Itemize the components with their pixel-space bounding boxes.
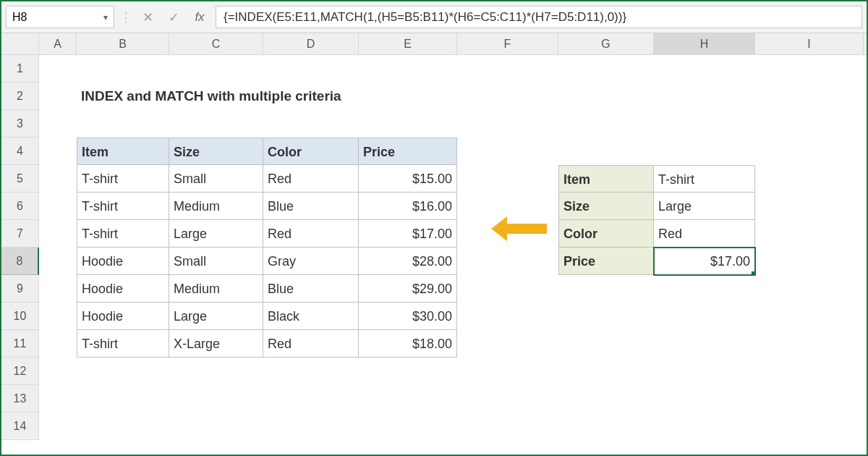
cell-G4[interactable]	[558, 138, 654, 165]
cell-H9[interactable]	[654, 275, 755, 303]
cell-A3[interactable]	[39, 110, 77, 138]
cell-E10[interactable]: $30.00	[359, 303, 457, 330]
cell-F11[interactable]	[457, 330, 558, 358]
cell-C6[interactable]: Medium	[169, 193, 263, 220]
cell-H10[interactable]	[654, 303, 755, 330]
cell-A13[interactable]	[39, 385, 77, 413]
cell-I14[interactable]	[755, 413, 864, 440]
fx-icon[interactable]: fx	[187, 1, 213, 33]
cell-B9[interactable]: Hoodie	[77, 275, 169, 303]
cell-B10[interactable]: Hoodie	[77, 303, 169, 330]
row-header-4[interactable]: 4	[1, 138, 39, 165]
cell-G3[interactable]	[558, 110, 654, 138]
cell-I8[interactable]	[755, 248, 864, 275]
cell-F9[interactable]	[457, 275, 558, 303]
cell-B2-title[interactable]: INDEX and MATCH with multiple criteria	[77, 83, 457, 110]
cell-D1[interactable]	[263, 55, 359, 83]
cell-G11[interactable]	[558, 330, 654, 358]
cell-B6[interactable]: T-shirt	[77, 193, 169, 220]
cell-F8[interactable]	[457, 248, 558, 275]
cell-D9[interactable]: Blue	[263, 275, 359, 303]
cell-H5[interactable]: T-shirt	[654, 165, 755, 193]
row-header-6[interactable]: 6	[1, 193, 39, 220]
cell-D5[interactable]: Red	[263, 165, 359, 193]
row-header-10[interactable]: 10	[1, 303, 39, 330]
cell-E7[interactable]: $17.00	[359, 220, 457, 248]
cell-H4[interactable]	[654, 138, 755, 165]
cell-C9[interactable]: Medium	[169, 275, 263, 303]
cell-E13[interactable]	[359, 385, 457, 413]
cell-B3[interactable]	[77, 110, 169, 138]
cell-B5[interactable]: T-shirt	[77, 165, 169, 193]
cell-G12[interactable]	[558, 358, 654, 385]
cell-I10[interactable]	[755, 303, 864, 330]
col-header-B[interactable]: B	[77, 33, 169, 54]
cell-F5[interactable]	[457, 165, 558, 193]
row-header-3[interactable]: 3	[1, 110, 39, 138]
cell-E4[interactable]: Price	[359, 138, 457, 165]
col-header-D[interactable]: D	[263, 33, 359, 54]
cell-B4[interactable]: Item	[77, 138, 169, 165]
cell-I4[interactable]	[755, 138, 864, 165]
cell-H13[interactable]	[654, 385, 755, 413]
cell-C10[interactable]: Large	[169, 303, 263, 330]
cell-D14[interactable]	[263, 413, 359, 440]
cell-A2[interactable]	[39, 83, 77, 110]
cell-H7[interactable]: Red	[654, 220, 755, 248]
cell-G13[interactable]	[558, 385, 654, 413]
cell-A7[interactable]	[39, 220, 77, 248]
cell-I9[interactable]	[755, 275, 864, 303]
cell-A8[interactable]	[39, 248, 77, 275]
cell-H11[interactable]	[654, 330, 755, 358]
cell-C8[interactable]: Small	[169, 248, 263, 275]
cell-A5[interactable]	[39, 165, 77, 193]
row-header-7[interactable]: 7	[1, 220, 39, 248]
cell-E1[interactable]	[359, 55, 457, 83]
cell-D12[interactable]	[263, 358, 359, 385]
cell-C14[interactable]	[169, 413, 263, 440]
cell-C11[interactable]: X-Large	[169, 330, 263, 358]
cell-G6[interactable]: Size	[558, 193, 654, 220]
cell-I13[interactable]	[755, 385, 864, 413]
select-all-corner[interactable]	[1, 33, 39, 54]
cell-H12[interactable]	[654, 358, 755, 385]
cell-G10[interactable]	[558, 303, 654, 330]
cell-B1[interactable]	[77, 55, 169, 83]
cell-I2[interactable]	[755, 83, 864, 110]
row-header-5[interactable]: 5	[1, 165, 39, 193]
cell-G8[interactable]: Price	[558, 248, 654, 275]
cell-D4[interactable]: Color	[263, 138, 359, 165]
cell-F1[interactable]	[457, 55, 558, 83]
cell-A1[interactable]	[39, 55, 77, 83]
name-box[interactable]: H8 ▾	[6, 6, 114, 28]
cell-E8[interactable]: $28.00	[359, 248, 457, 275]
cell-D11[interactable]: Red	[263, 330, 359, 358]
row-header-12[interactable]: 12	[1, 358, 39, 385]
confirm-icon[interactable]: ✓	[161, 1, 187, 33]
cell-D7[interactable]: Red	[263, 220, 359, 248]
row-header-9[interactable]: 9	[1, 275, 39, 303]
cell-I6[interactable]	[755, 193, 864, 220]
cell-A12[interactable]	[39, 358, 77, 385]
cell-G7[interactable]: Color	[558, 220, 654, 248]
cell-F3[interactable]	[457, 110, 558, 138]
cell-E11[interactable]: $18.00	[359, 330, 457, 358]
cell-D10[interactable]: Black	[263, 303, 359, 330]
cell-H6[interactable]: Large	[654, 193, 755, 220]
cell-G14[interactable]	[558, 413, 654, 440]
cell-I11[interactable]	[755, 330, 864, 358]
row-header-2[interactable]: 2	[1, 83, 39, 110]
cell-A6[interactable]	[39, 193, 77, 220]
cell-F12[interactable]	[457, 358, 558, 385]
cell-B12[interactable]	[77, 358, 169, 385]
cell-C3[interactable]	[169, 110, 263, 138]
cell-A10[interactable]	[39, 303, 77, 330]
cell-F4[interactable]	[457, 138, 558, 165]
cell-F13[interactable]	[457, 385, 558, 413]
cell-I7[interactable]	[755, 220, 864, 248]
row-header-11[interactable]: 11	[1, 330, 39, 358]
row-header-13[interactable]: 13	[1, 385, 39, 413]
cell-A9[interactable]	[39, 275, 77, 303]
cell-E3[interactable]	[359, 110, 457, 138]
cell-F10[interactable]	[457, 303, 558, 330]
